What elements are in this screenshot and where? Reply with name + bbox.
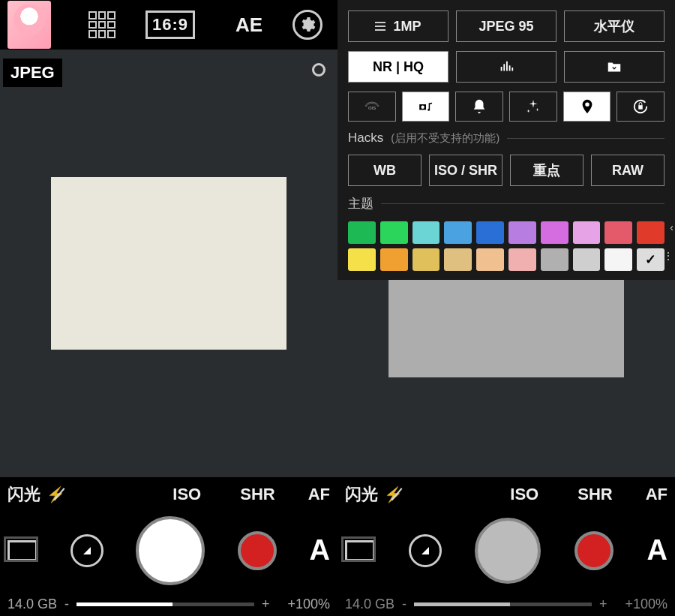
notification-button[interactable] <box>455 92 503 122</box>
more-icon[interactable]: ⋮ <box>663 253 674 259</box>
theme-swatch[interactable] <box>348 248 376 271</box>
jpeg-quality-button[interactable]: JPEG 95 <box>456 11 556 42</box>
theme-swatch[interactable] <box>476 248 504 271</box>
theme-swatch[interactable] <box>508 221 536 244</box>
zoom-plus[interactable]: + <box>599 596 608 612</box>
location-icon <box>579 98 596 115</box>
flash-label[interactable]: 闪光 <box>345 483 378 506</box>
top-toolbar: 16:9 AE <box>0 0 338 50</box>
record-button[interactable] <box>238 531 277 570</box>
iso-shr-button[interactable]: ISO / SHR <box>429 155 502 186</box>
grid-icon[interactable] <box>88 11 116 38</box>
focus-button[interactable]: 重点 <box>510 155 584 186</box>
zoom-minus[interactable]: - <box>64 596 69 612</box>
iso-label[interactable]: ISO <box>172 485 201 504</box>
af-label[interactable]: AF <box>308 485 330 504</box>
nr-hq-button[interactable]: NR | HQ <box>348 51 448 83</box>
timer-icon[interactable] <box>70 534 104 567</box>
brightness-button[interactable] <box>509 92 557 122</box>
theme-swatch[interactable] <box>573 248 601 271</box>
theme-swatch[interactable] <box>541 248 568 271</box>
bottom-controls-right: 闪光 ⚡̸ ISO SHR AF A 14.0 GB - + +100% <box>338 477 675 616</box>
theme-swatch[interactable] <box>604 248 632 271</box>
folder-button[interactable] <box>564 51 664 83</box>
flash-off-icon[interactable]: ⚡̸ <box>384 485 403 503</box>
theme-swatch[interactable] <box>380 221 408 244</box>
viewfinder[interactable]: JPEG <box>0 50 338 477</box>
list-icon <box>375 22 386 31</box>
zoom-plus[interactable]: + <box>262 596 270 612</box>
wb-button[interactable]: WB <box>348 155 422 186</box>
ois-icon: OIS <box>364 98 380 115</box>
theme-swatch[interactable] <box>412 221 440 244</box>
rotation-lock-icon <box>632 98 649 115</box>
raw-button[interactable]: RAW <box>591 155 664 186</box>
stabilization-button[interactable]: OIS <box>348 92 396 122</box>
switch-camera-icon[interactable] <box>8 540 38 561</box>
hacks-sublabel: (启用不受支持的功能) <box>391 131 500 146</box>
preview-area <box>51 177 286 350</box>
histogram-button[interactable] <box>456 51 556 83</box>
theme-swatch[interactable] <box>541 221 568 244</box>
timer-icon[interactable] <box>409 534 442 567</box>
mode-auto-button[interactable]: A <box>647 534 668 566</box>
rotation-lock-button[interactable] <box>616 92 664 122</box>
zoom-slider[interactable] <box>414 602 592 606</box>
location-button[interactable] <box>563 92 611 122</box>
svg-rect-4 <box>638 105 643 110</box>
preview-area-right <box>388 280 624 377</box>
switch-camera-icon[interactable] <box>345 540 375 561</box>
theme-swatch[interactable] <box>476 221 504 244</box>
zoom-value: +100% <box>625 596 668 612</box>
flash-label[interactable]: 闪光 <box>8 483 40 506</box>
zoom-minus[interactable]: - <box>402 596 406 612</box>
theme-color-grid: ‹ ⋮ ✓ <box>348 221 664 271</box>
storage-label: 14.0 GB <box>8 596 57 612</box>
gallery-thumbnail[interactable] <box>8 1 51 49</box>
mode-auto-button[interactable]: A <box>310 534 330 566</box>
theme-label: 主题 <box>348 195 374 212</box>
viewfinder-right[interactable] <box>338 280 675 477</box>
iso-label[interactable]: ISO <box>510 485 538 504</box>
focus-indicator-icon <box>312 63 326 77</box>
ae-button[interactable]: AE <box>236 14 262 37</box>
camera-sound-button[interactable] <box>402 92 450 122</box>
shutter-button[interactable] <box>136 516 205 585</box>
theme-swatch[interactable] <box>380 248 408 271</box>
settings-panel: 1MP JPEG 95 水平仪 NR | HQ OIS <box>338 0 675 280</box>
svg-point-2 <box>421 106 424 109</box>
zoom-slider[interactable] <box>76 602 254 606</box>
shr-label[interactable]: SHR <box>240 485 274 504</box>
theme-swatch[interactable] <box>508 248 536 271</box>
expand-icon[interactable]: ‹ <box>670 224 674 230</box>
settings-icon[interactable] <box>292 10 322 40</box>
theme-swatch[interactable] <box>637 221 664 244</box>
bottom-controls: 闪光 ⚡̸ ISO SHR AF A 14.0 GB - + +100% <box>0 477 338 616</box>
theme-swatch[interactable] <box>573 221 601 244</box>
storage-label: 14.0 GB <box>345 596 394 612</box>
level-button[interactable]: 水平仪 <box>564 11 664 42</box>
sparkle-icon <box>525 98 542 115</box>
shutter-button[interactable] <box>475 518 541 584</box>
shr-label[interactable]: SHR <box>578 485 612 504</box>
theme-swatch[interactable] <box>604 221 632 244</box>
record-button[interactable] <box>574 531 614 570</box>
folder-download-icon <box>606 59 622 75</box>
camera-main-screen: 16:9 AE JPEG 闪光 ⚡̸ ISO SHR AF A 14. <box>0 0 338 616</box>
resolution-button[interactable]: 1MP <box>348 11 448 42</box>
svg-text:OIS: OIS <box>368 106 376 110</box>
af-label[interactable]: AF <box>646 485 668 504</box>
theme-swatch[interactable] <box>444 248 472 271</box>
aspect-ratio-button[interactable]: 16:9 <box>146 11 195 39</box>
theme-swatch[interactable] <box>412 248 440 271</box>
theme-swatch[interactable] <box>444 221 472 244</box>
theme-swatch[interactable] <box>348 221 376 244</box>
bell-icon <box>471 98 488 115</box>
hacks-label: Hacks <box>348 131 383 146</box>
zoom-value: +100% <box>287 596 330 612</box>
flash-off-icon[interactable]: ⚡̸ <box>46 485 65 503</box>
theme-swatch-selected[interactable]: ✓ <box>637 248 664 271</box>
camera-settings-screen: 1MP JPEG 95 水平仪 NR | HQ OIS <box>338 0 675 616</box>
format-badge: JPEG <box>3 59 62 87</box>
camera-music-icon <box>418 98 434 115</box>
